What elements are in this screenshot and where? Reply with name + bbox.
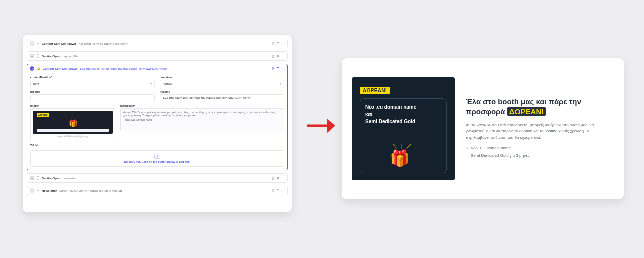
field-pre-title: preTitle xyxy=(30,90,155,101)
list-item: Semi Dedicated Gold για 3 μήνες xyxy=(466,153,611,158)
collapse-icon[interactable]: – xyxy=(30,41,34,46)
drag-handle-icon[interactable] xyxy=(37,176,39,180)
collapse-icon[interactable]: – xyxy=(30,188,34,193)
field-label: heading xyxy=(160,90,284,93)
field-label: preTitle xyxy=(30,90,155,93)
field-via: via (0) ＋ No entry yet. Click on the but… xyxy=(30,143,284,167)
preview-list: Νέο .EU domain name Semi Dedicated Gold … xyxy=(466,146,611,161)
drag-icon[interactable]: ⠿ xyxy=(277,42,279,46)
field-label: image* xyxy=(30,104,115,107)
delete-icon[interactable]: 🗑 xyxy=(271,67,275,71)
block-newsletter[interactable]: – Newsletter · Μάθε πρώτος για τις προσφ… xyxy=(27,186,288,195)
image-thumbnail: ΔΩΡΕΑΝ! 🎁 xyxy=(33,111,113,134)
thumb-badge: ΔΩΡΕΑΝ! xyxy=(37,113,49,117)
field-markdown: markdown* Αν το -25% δε σου φαίνεται αρκ… xyxy=(120,104,284,140)
promo-text: Νέο .eu domain name και Semi Dedicated G… xyxy=(365,104,441,126)
field-label: markdown* xyxy=(120,104,284,107)
delete-icon[interactable]: 🗑 xyxy=(271,54,275,58)
content-position-select[interactable]: right ▾ xyxy=(30,80,155,87)
drag-icon[interactable]: ⠿ xyxy=(277,54,279,58)
field-heading: heading Έλα στο booth μας και πάρε την π… xyxy=(160,90,284,101)
more-icon[interactable]: ⋯ xyxy=(281,189,285,193)
delete-icon[interactable]: 🗑 xyxy=(271,189,275,193)
block-content-split-1[interactable]: – Content Split Markdown · Και φέτος <em… xyxy=(27,39,288,48)
gift-icon: 🎁 xyxy=(69,119,77,127)
more-icon[interactable]: ⋯ xyxy=(281,42,285,46)
preview-content: Έλα στο booth μας και πάρε την προσφορά … xyxy=(466,68,611,189)
collapse-icon[interactable]: – xyxy=(30,54,34,58)
drag-handle-icon[interactable] xyxy=(37,54,39,58)
field-label: via (0) xyxy=(30,143,284,146)
block-title: Content Split Markdown · Έλα στο booth μ… xyxy=(43,67,269,70)
image-picker[interactable]: ΔΩΡΕΑΝ! 🎁 beyond-b2b-booth-right.svg xyxy=(30,108,115,140)
drag-handle-icon[interactable] xyxy=(37,42,39,45)
arrow-icon xyxy=(306,116,335,136)
via-empty-state: ＋ No entry yet. Click on the button belo… xyxy=(30,150,284,167)
field-label: contentPosition* xyxy=(30,76,155,79)
expand-icon[interactable]: ＋ xyxy=(30,66,34,71)
field-image: image* ΔΩΡΕΑΝ! 🎁 beyond-b2b-booth-right.… xyxy=(30,104,115,140)
block-title: SectionOpen · newsletter xyxy=(42,177,269,180)
block-section-open-1[interactable]: – SectionOpen · beyondoffer 🗑 ⠿ ⋯ xyxy=(27,51,288,61)
chevron-down-icon: ▾ xyxy=(280,82,281,85)
drag-icon[interactable]: ⠿ xyxy=(277,189,279,193)
cms-editor-panel: – Content Split Markdown · Και φέτος <em… xyxy=(23,35,292,212)
image-filename: beyond-b2b-booth-right.svg xyxy=(57,135,88,138)
list-item: Νέο .EU domain name xyxy=(466,146,611,150)
gift-icon: 🎁 xyxy=(390,149,410,168)
drag-icon[interactable]: ⠿ xyxy=(277,176,279,180)
drag-icon[interactable]: ⠿ xyxy=(277,67,279,71)
preview-paragraph: Αν το -25% δε σου φαίνεται αρκετό, μπορε… xyxy=(466,122,611,141)
preview-heading: Έλα στο booth μας και πάρε την προσφορά … xyxy=(466,97,611,117)
chevron-down-icon: ▾ xyxy=(150,82,152,85)
delete-icon[interactable]: 🗑 xyxy=(271,176,275,180)
promo-badge: ΔΩΡΕΑΝ! xyxy=(360,87,390,94)
more-icon[interactable]: ⋯ xyxy=(281,54,285,58)
block-title: Content Split Markdown · Και φέτος <em>θ… xyxy=(42,42,269,45)
block-content-split-active[interactable]: ＋ 🔒 Content Split Markdown · Έλα στο boo… xyxy=(27,64,288,73)
field-container: container narrow ▾ xyxy=(160,76,284,87)
pre-title-input[interactable] xyxy=(30,94,155,101)
more-icon[interactable]: ⋯ xyxy=(281,176,285,180)
promo-box: Νέο .eu domain name και Semi Dedicated G… xyxy=(360,98,447,173)
promo-image: ΔΩΡΕΑΝ! Νέο .eu domain name και Semi Ded… xyxy=(352,77,455,180)
empty-message: No entry yet. Click on the button below … xyxy=(124,160,191,163)
container-select[interactable]: narrow ▾ xyxy=(160,80,284,87)
markdown-textarea[interactable]: Αν το -25% δε σου φαίνεται αρκετό, μπορε… xyxy=(120,108,284,131)
delete-icon[interactable]: 🗑 xyxy=(271,42,275,46)
collapse-icon[interactable]: – xyxy=(30,176,34,180)
lock-icon: 🔒 xyxy=(37,67,40,70)
block-section-open-2[interactable]: – SectionOpen · newsletter 🗑 ⠿ ⋯ xyxy=(27,173,288,183)
drag-handle-icon[interactable] xyxy=(37,189,39,192)
active-block-body: contentPosition* right ▾ container narro… xyxy=(27,73,288,170)
field-content-position: contentPosition* right ▾ xyxy=(30,76,155,87)
rendered-preview-panel: ΔΩΡΕΑΝ! Νέο .eu domain name και Semi Ded… xyxy=(342,58,624,199)
more-icon[interactable]: ⋯ xyxy=(281,67,285,71)
field-label: container xyxy=(160,76,284,79)
svg-marker-1 xyxy=(327,119,335,133)
add-entry-button[interactable]: ＋ xyxy=(154,154,160,159)
block-title: Newsletter · Μάθε πρώτος για τις προσφορ… xyxy=(42,189,269,192)
heading-input[interactable]: Έλα στο booth μας και πάρε την προσφορά … xyxy=(160,94,284,101)
block-title: SectionOpen · beyondoffer xyxy=(42,55,269,58)
